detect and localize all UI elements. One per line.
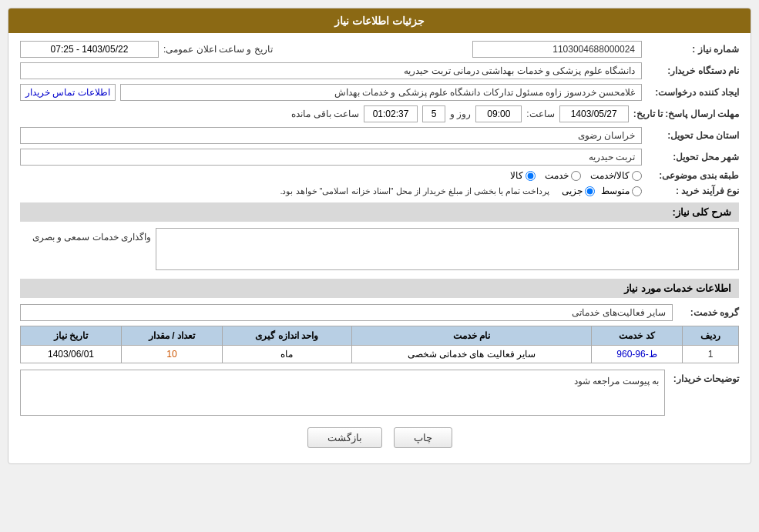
category-option-kala: کالا — [510, 170, 536, 181]
announce-datetime-value: 1403/05/22 - 07:25 — [20, 41, 159, 58]
category-label-khedmat: خدمت — [545, 170, 569, 181]
deadline-label: مهلت ارسال پاسخ: تا تاریخ: — [633, 109, 739, 119]
deadline-remaining-label: ساعت باقی مانده — [291, 109, 359, 119]
general-desc-value: واگذاری خدمات سمعی و بصری — [20, 228, 151, 243]
bottom-buttons: چاپ بازگشت — [20, 427, 739, 456]
td-unit: ماه — [222, 346, 351, 363]
city-label: شهر محل تحویل: — [646, 152, 739, 162]
service-group-value: سایر فعالیت‌های خدماتی — [20, 304, 673, 321]
page-title: جزئیات اطلاعات نیاز — [334, 15, 425, 27]
purchase-type-row: نوع فرآیند خرید : متوسط جزیی پرداخت تمام… — [20, 186, 739, 196]
buyer-desc-wrapper: به پیوست مراجعه شود — [20, 370, 665, 418]
purchase-type-option-motavaset: متوسط — [601, 186, 642, 196]
category-radio-khedmat[interactable] — [571, 171, 581, 181]
services-table: ردیف کد خدمت نام خدمت واحد اندازه گیری ت… — [20, 326, 739, 363]
back-button[interactable]: بازگشت — [307, 427, 382, 448]
purchase-type-radio-jozi[interactable] — [585, 186, 595, 196]
td-date: 1403/06/01 — [21, 346, 122, 363]
creator-value: غلامحسن خردسوز زاوه مسئول تدارکات دانشگا… — [120, 84, 642, 101]
province-value: خراسان رضوی — [20, 127, 642, 144]
category-row: طبقه بندی موضوعی: کالا/خدمت خدمت کالا — [20, 170, 739, 181]
th-code: کد خدمت — [592, 326, 683, 346]
buyer-org-value: دانشگاه علوم پزشکی و خدمات بهداشتی درمان… — [20, 62, 642, 79]
creator-label: ایجاد کننده درخواست: — [646, 87, 739, 98]
th-name: نام خدمت — [351, 326, 592, 346]
general-desc-textarea-wrapper — [156, 228, 739, 273]
province-label: استان محل تحویل: — [646, 130, 739, 141]
purchase-type-radio-motavaset[interactable] — [632, 186, 642, 196]
service-group-row: گروه خدمت: سایر فعالیت‌های خدماتی — [20, 304, 739, 321]
table-row: 1 ط-96-960 سایر فعالیت های خدماتی شخصی م… — [21, 346, 739, 363]
th-date: تاریخ نیاز — [21, 326, 122, 346]
td-row: 1 — [682, 346, 738, 363]
card-body: شماره نیاز : 1103004688000024 تاریخ و سا… — [8, 33, 751, 463]
category-label-kala-khedmat: کالا/خدمت — [590, 170, 630, 181]
services-section-divider: اطلاعات خدمات مورد نیاز — [20, 279, 739, 298]
general-desc-textarea[interactable] — [156, 228, 739, 270]
main-card: جزئیات اطلاعات نیاز شماره نیاز : 1103004… — [8, 8, 751, 464]
purchase-type-label-motavaset: متوسط — [601, 186, 630, 196]
province-row: استان محل تحویل: خراسان رضوی — [20, 127, 739, 144]
category-option-khedmat: خدمت — [545, 170, 581, 181]
service-group-label: گروه خدمت: — [677, 307, 739, 318]
category-radio-group: کالا/خدمت خدمت کالا — [510, 170, 642, 181]
td-code: ط-96-960 — [592, 346, 683, 363]
deadline-date: 1403/05/27 — [559, 105, 629, 122]
buyer-desc-textarea[interactable] — [20, 370, 665, 416]
purchase-type-label: نوع فرآیند خرید : — [646, 186, 739, 196]
purchase-type-note: پرداخت تمام یا بخشی از مبلغ خریدار از مح… — [20, 186, 549, 196]
need-number-label: شماره نیاز : — [646, 44, 739, 55]
th-qty: تعداد / مقدار — [121, 326, 222, 346]
deadline-days: 5 — [422, 105, 445, 122]
need-number-row: شماره نیاز : 1103004688000024 تاریخ و سا… — [20, 41, 739, 58]
deadline-time-label: ساعت: — [526, 109, 554, 119]
category-label-kala: کالا — [510, 170, 523, 181]
deadline-remaining: 01:02:37 — [364, 105, 418, 122]
buyer-desc-label: توضیحات خریدار: — [670, 370, 739, 384]
deadline-time: 09:00 — [475, 105, 522, 122]
buyer-desc-section: توضیحات خریدار: به پیوست مراجعه شود — [20, 370, 739, 418]
print-button[interactable]: چاپ — [394, 427, 452, 448]
category-label: طبقه بندی موضوعی: — [646, 170, 739, 181]
page-wrapper: جزئیات اطلاعات نیاز شماره نیاز : 1103004… — [0, 0, 759, 532]
purchase-type-options: متوسط جزیی — [562, 186, 642, 196]
contact-link[interactable]: اطلاعات تماس خریدار — [20, 84, 116, 101]
general-desc-label: شرح کلی نیاز: — [672, 206, 731, 218]
buyer-org-row: نام دستگاه خریدار: دانشگاه علوم پزشکی و … — [20, 62, 739, 79]
td-qty: 10 — [121, 346, 222, 363]
deadline-days-label: روز و — [450, 109, 471, 119]
category-radio-kala-khedmat[interactable] — [632, 171, 642, 181]
buyer-org-label: نام دستگاه خریدار: — [646, 65, 739, 76]
city-row: شهر محل تحویل: تربت حیدریه — [20, 149, 739, 166]
city-value: تربت حیدریه — [20, 149, 642, 166]
card-header: جزئیات اطلاعات نیاز — [8, 8, 751, 33]
general-desc-divider: شرح کلی نیاز: — [20, 202, 739, 222]
purchase-type-option-jozi: جزیی — [562, 186, 595, 196]
general-desc-wrapper: واگذاری خدمات سمعی و بصری — [20, 228, 739, 273]
deadline-row: مهلت ارسال پاسخ: تا تاریخ: 1403/05/27 سا… — [20, 105, 739, 122]
category-option-kala-khedmat: کالا/خدمت — [590, 170, 642, 181]
services-header: اطلاعات خدمات مورد نیاز — [624, 283, 731, 294]
purchase-type-label-jozi: جزیی — [562, 186, 583, 196]
th-row: ردیف — [682, 326, 738, 346]
creator-row: ایجاد کننده درخواست: غلامحسن خردسوز زاوه… — [20, 84, 739, 101]
td-name: سایر فعالیت های خدماتی شخصی — [351, 346, 592, 363]
need-number-value: 1103004688000024 — [472, 41, 642, 58]
announce-datetime-label: تاریخ و ساعت اعلان عمومی: — [163, 44, 273, 55]
th-unit: واحد اندازه گیری — [222, 326, 351, 346]
category-radio-kala[interactable] — [526, 171, 536, 181]
general-desc-section: شرح کلی نیاز: واگذاری خدمات سمعی و بصری — [20, 202, 739, 273]
